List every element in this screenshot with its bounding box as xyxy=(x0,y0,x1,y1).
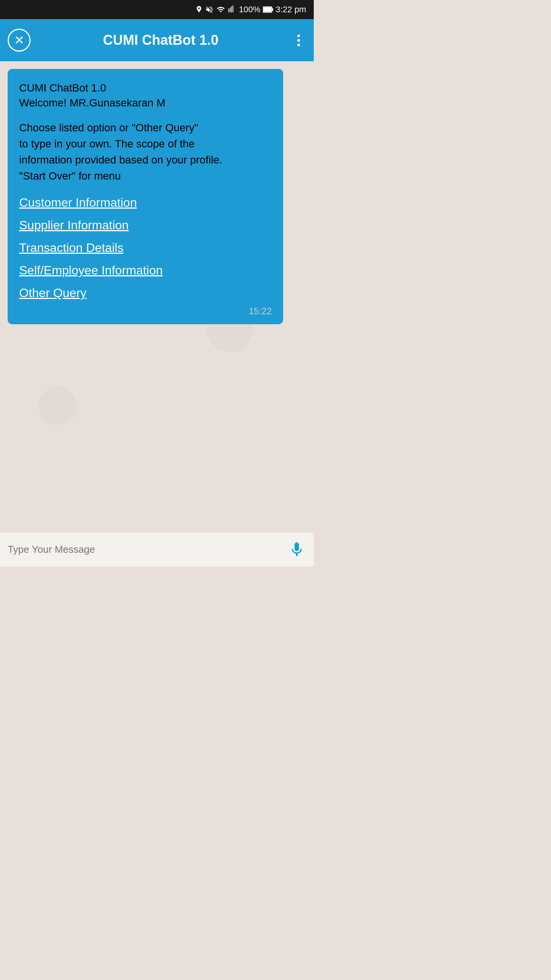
chat-area: BFF CUMI ChatBot 1.0 Welcome! MR.Gunasek… xyxy=(0,61,314,532)
bubble-greeting: CUMI ChatBot 1.0 Welcome! MR.Gunasekaran… xyxy=(19,80,272,110)
location-icon xyxy=(195,5,203,14)
status-bar: 100% 3:22 pm xyxy=(0,0,314,19)
mic-icon xyxy=(288,541,305,558)
input-area xyxy=(0,532,314,567)
battery-icon xyxy=(263,5,274,14)
mic-button[interactable] xyxy=(285,538,308,561)
signal-icon xyxy=(228,5,236,14)
message-input[interactable] xyxy=(6,542,281,557)
message-timestamp: 15:22 xyxy=(249,306,272,317)
mute-icon xyxy=(205,5,214,14)
menu-supplier-information[interactable]: Supplier Information xyxy=(19,218,272,232)
wifi-icon xyxy=(216,5,226,14)
status-icons: 100% 3:22 pm xyxy=(195,5,306,15)
menu-customer-information[interactable]: Customer Information xyxy=(19,196,272,210)
bubble-instruction: Choose listed option or "Other Query" to… xyxy=(19,120,272,184)
close-button[interactable]: ✕ xyxy=(8,29,31,52)
menu-transaction-details[interactable]: Transaction Details xyxy=(19,241,272,255)
more-dot-3 xyxy=(297,44,300,46)
app-header: ✕ CUMI ChatBot 1.0 xyxy=(0,19,314,61)
more-options-button[interactable] xyxy=(291,34,306,46)
time-display: 3:22 pm xyxy=(276,5,306,15)
menu-other-query[interactable]: Other Query xyxy=(19,286,272,300)
svg-rect-1 xyxy=(263,7,272,12)
app-title: CUMI ChatBot 1.0 xyxy=(38,32,283,48)
bot-name: CUMI ChatBot 1.0 xyxy=(19,82,106,94)
menu-self-employee-information[interactable]: Self/Employee Information xyxy=(19,263,272,278)
more-dot-2 xyxy=(297,39,300,42)
more-dot-1 xyxy=(297,34,300,37)
battery-percent: 100% xyxy=(239,5,260,15)
chat-bubble: CUMI ChatBot 1.0 Welcome! MR.Gunasekaran… xyxy=(8,69,283,324)
welcome-message: Welcome! MR.Gunasekaran M xyxy=(19,97,165,109)
close-icon: ✕ xyxy=(14,34,24,46)
svg-rect-2 xyxy=(272,8,273,11)
bubble-footer: 15:22 xyxy=(19,306,272,317)
